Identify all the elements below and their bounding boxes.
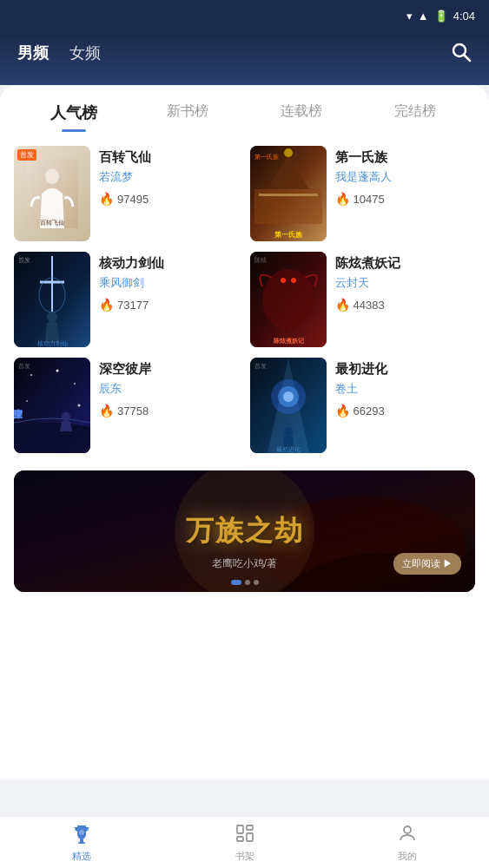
book-heat-3: 🔥 73177	[99, 298, 240, 312]
svg-rect-48	[247, 825, 253, 830]
svg-text:首发: 首发	[254, 363, 267, 369]
banner-dot-3	[254, 580, 259, 585]
tab-complete[interactable]: 完结榜	[358, 102, 472, 132]
svg-point-32	[62, 412, 70, 421]
svg-point-21	[281, 278, 286, 283]
header: 男频 女频	[0, 31, 489, 85]
cover-art-5: 深空彼岸 首发	[14, 358, 90, 453]
nav-label-featured: 精选	[72, 850, 91, 863]
banner-read-button[interactable]: 立即阅读 ▶	[393, 553, 461, 575]
status-bar: ▾ ▲ 🔋 4:04	[0, 0, 489, 31]
svg-point-27	[56, 370, 59, 372]
book-item-2[interactable]: 第一氏族 第一氏族 第一氏族 我是蓬蒿人 🔥 10475	[250, 146, 476, 241]
banner-section[interactable]: 万族之劫 老鹰吃小鸡/著 立即阅读 ▶	[14, 470, 475, 592]
book-cover-5: 深空彼岸 首发	[14, 358, 90, 453]
battery-icon: 🔋	[434, 10, 448, 23]
book-heat-5: 🔥 37758	[99, 404, 240, 418]
book-heat-6: 🔥 66293	[335, 404, 476, 418]
banner-dot-2	[245, 580, 250, 585]
book-author-4: 云封天	[335, 275, 476, 291]
main-content: 人气榜 新书榜 连载榜 完结榜 首发	[0, 85, 489, 779]
svg-text:陈炫: 陈炫	[254, 257, 267, 263]
tab-serial[interactable]: 连载榜	[245, 102, 359, 132]
svg-text:首发: 首发	[18, 363, 30, 369]
book-info-2: 第一氏族 我是蓬蒿人 🔥 10475	[335, 146, 476, 206]
signal-icon: ▲	[418, 10, 429, 23]
cover-art-4: 陈炫煮妖记 陈炫	[250, 252, 327, 347]
book-info-4: 陈炫煮妖记 云封天 🔥 44383	[335, 252, 476, 312]
book-title-6: 最初进化	[335, 361, 476, 378]
svg-point-8	[284, 148, 293, 157]
time: 4:04	[453, 10, 475, 23]
book-heat-4: 🔥 44383	[335, 298, 476, 312]
nav-female[interactable]: 女频	[69, 43, 101, 67]
fire-icon-3: 🔥	[99, 298, 114, 312]
book-cover-1: 首发 百转飞仙	[14, 146, 90, 241]
shelf-icon	[235, 823, 255, 847]
svg-point-46	[79, 830, 84, 835]
svg-point-3	[45, 168, 59, 184]
svg-point-19	[262, 269, 314, 330]
fire-icon-6: 🔥	[335, 404, 350, 418]
book-info-3: 核动力剑仙 乘风御剑 🔥 73177	[99, 252, 240, 312]
svg-text:百转飞仙: 百转飞仙	[40, 219, 64, 227]
nav-btn-shelf[interactable]: 书架	[163, 817, 327, 868]
book-title-4: 陈炫煮妖记	[335, 255, 476, 272]
svg-text:第一氏族: 第一氏族	[254, 154, 279, 161]
book-title-5: 深空彼岸	[99, 361, 240, 378]
book-title-1: 百转飞仙	[99, 149, 240, 166]
tab-popular[interactable]: 人气榜	[17, 102, 131, 132]
book-item-5[interactable]: 深空彼岸 首发 深空彼岸 辰东 🔥 37758	[14, 358, 240, 453]
book-info-6: 最初进化 卷土 🔥 66293	[335, 358, 476, 418]
svg-rect-47	[237, 825, 243, 833]
nav-btn-profile[interactable]: 我的	[326, 817, 489, 868]
book-item-4[interactable]: 陈炫煮妖记 陈炫 陈炫煮妖记 云封天 🔥 44383	[250, 252, 476, 347]
banner-title: 万族之劫	[186, 512, 304, 550]
svg-rect-7	[259, 194, 318, 196]
book-heat-2: 🔥 10475	[335, 192, 476, 206]
cover-art-6: 最初进化 首发	[250, 358, 327, 453]
svg-point-29	[26, 400, 28, 402]
trophy-icon	[71, 823, 92, 847]
banner-author: 老鹰吃小鸡/著	[212, 556, 277, 571]
search-button[interactable]	[451, 42, 472, 68]
fire-icon-4: 🔥	[335, 298, 350, 312]
header-nav: 男频 女频	[17, 43, 430, 67]
book-item-6[interactable]: 最初进化 首发 最初进化 卷土 🔥 66293	[250, 358, 476, 453]
cover-art-1: 百转飞仙	[26, 159, 78, 228]
book-item-3[interactable]: 核动力剑仙 首发 核动力剑仙 乘风御剑 🔥 73177	[14, 252, 240, 347]
svg-point-26	[30, 374, 32, 376]
svg-rect-44	[80, 839, 83, 842]
svg-text:陈炫煮妖记: 陈炫煮妖记	[273, 337, 304, 345]
cover-art-3: 核动力剑仙 首发	[14, 252, 90, 347]
svg-point-30	[78, 404, 81, 407]
svg-point-15	[47, 312, 57, 322]
book-author-2: 我是蓬蒿人	[335, 169, 476, 185]
book-cover-6: 最初进化 首发	[250, 358, 327, 453]
nav-male[interactable]: 男频	[17, 43, 49, 67]
book-cover-2: 第一氏族 第一氏族	[250, 146, 327, 241]
svg-text:最初进化: 最初进化	[276, 446, 301, 452]
banner-dot-1	[231, 580, 241, 585]
nav-label-shelf: 书架	[235, 850, 254, 863]
svg-rect-49	[247, 833, 253, 841]
book-list: 首发 百转飞仙	[0, 132, 489, 460]
fire-icon-5: 🔥	[99, 404, 114, 418]
bottom-nav: 精选 书架 我的	[0, 816, 489, 868]
nav-btn-featured[interactable]: 精选	[0, 817, 163, 868]
svg-point-51	[404, 826, 411, 833]
svg-text:第一氏族: 第一氏族	[274, 230, 303, 239]
svg-text:首发: 首发	[18, 257, 30, 263]
tab-new[interactable]: 新书榜	[131, 102, 245, 132]
book-item-1[interactable]: 首发 百转飞仙	[14, 146, 240, 241]
book-info-5: 深空彼岸 辰东 🔥 37758	[99, 358, 240, 418]
svg-point-22	[291, 278, 296, 283]
wifi-icon: ▾	[406, 10, 413, 23]
svg-point-37	[283, 391, 294, 402]
cover-art-2: 第一氏族 第一氏族	[250, 146, 327, 241]
book-info-1: 百转飞仙 若流梦 🔥 97495	[99, 146, 240, 206]
svg-rect-50	[237, 837, 243, 841]
svg-point-38	[284, 427, 293, 436]
book-author-6: 卷土	[335, 381, 476, 397]
person-icon	[397, 823, 418, 847]
